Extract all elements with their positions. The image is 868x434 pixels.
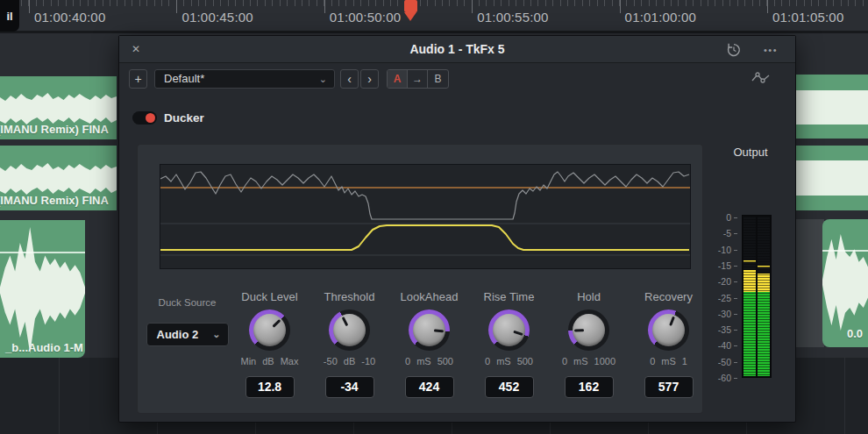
knob-min-label: 0 (485, 356, 490, 366)
ab-compare-b-button[interactable]: B (428, 70, 448, 88)
knob-value-field[interactable]: 424 (405, 376, 454, 398)
knob-label: LookAhead (389, 290, 469, 304)
ducker-graph-svg (160, 165, 690, 268)
preset-toolbar: + Default* ⌄ ‹ › A → B (119, 64, 795, 93)
knob-pointer-mark (574, 329, 584, 331)
ducker-panel: Duck Source Audio 2 ⌄ Duck LevelMindBMax… (137, 144, 703, 414)
knob-label: Hold (549, 290, 629, 304)
knob-min-label: -50 (324, 356, 338, 366)
audio-clip[interactable] (796, 75, 868, 139)
ruler-major-tick (176, 0, 177, 13)
history-icon (726, 42, 742, 58)
knob-hold[interactable] (568, 309, 609, 351)
knob-min-label: 0 (562, 356, 567, 366)
meter-peak-line (743, 260, 756, 262)
clip-waveform (0, 220, 85, 358)
options-menu-button[interactable]: ••• (760, 40, 781, 60)
toggle-on-dot (146, 113, 155, 123)
volume-automation-line[interactable] (822, 250, 868, 252)
effect-name-label: Ducker (164, 106, 204, 131)
meter-scale-label: -25 (718, 293, 731, 303)
duck-source-select[interactable]: Audio 2 ⌄ (146, 323, 229, 346)
add-preset-button[interactable]: + (129, 69, 147, 89)
meter-scale-label: -15 (718, 260, 731, 271)
knob-lookahead[interactable] (409, 309, 450, 351)
meter-scale-tick (734, 378, 737, 379)
knob-value-field[interactable]: 162 (565, 376, 614, 398)
ruler-timecode: 01:00:40:00 (34, 10, 105, 25)
meter-peak-line (758, 266, 770, 267)
ducker-controls: Duck Source Audio 2 ⌄ Duck LevelMindBMax… (145, 290, 708, 398)
keyframe-mode-button[interactable] (751, 71, 772, 89)
chevron-down-icon: ⌄ (319, 70, 327, 88)
effect-bypass-toggle[interactable] (132, 111, 157, 125)
knob-label: Rise Time (469, 290, 549, 304)
plugin-window: ✕ Audio 1 - TkFx 5 ••• + Default* ⌄ ‹ › … (118, 35, 796, 423)
meter-scale-label: -50 (718, 357, 731, 367)
knob-pointer (246, 307, 292, 352)
meter-channel (743, 217, 756, 376)
clip-waveform (796, 160, 868, 196)
ruler-timecode: 01:00:55:00 (477, 10, 548, 25)
audio-clip[interactable]: 0.0 (822, 219, 868, 347)
knob-unit-label: mS (416, 356, 431, 366)
ab-copy-button[interactable]: → (408, 70, 428, 88)
knob-pointer-mark (434, 329, 444, 332)
ruler-major-tick (620, 0, 621, 13)
meter-scale-tick (734, 345, 737, 346)
ab-compare-a-button[interactable]: A (388, 70, 408, 88)
preset-dropdown[interactable]: Default* ⌄ (154, 69, 335, 89)
meter-scale-label: -35 (718, 324, 731, 335)
meter-scale-label: -40 (718, 340, 731, 351)
meter-scale-tick (734, 330, 737, 331)
knob-max-label: 1 (682, 356, 687, 366)
ducker-graph (160, 164, 691, 269)
output-level-meter (742, 215, 772, 378)
ruler-minor-ticks (21, 0, 868, 6)
knob-unit-label: dB (262, 356, 274, 366)
knob-label: Threshold (309, 290, 389, 304)
meter-scale-tick (734, 266, 737, 267)
knob-max-label: 500 (517, 356, 533, 366)
ruler-timecode: 01:01:00:00 (625, 10, 696, 25)
knob-pointer-mark (669, 317, 675, 326)
audio-clip[interactable] (796, 146, 868, 210)
knob-min-label: Min (241, 356, 257, 366)
meter-scale-tick (734, 217, 737, 218)
knob-range: 0mS500 (389, 356, 469, 366)
knob-unit-label: dB (344, 356, 355, 366)
knob-value-field[interactable]: 452 (485, 376, 534, 398)
meter-channel (758, 217, 770, 376)
audio-clip[interactable]: (IMANU Remix) FINA (0, 146, 117, 210)
knob-value-field[interactable]: -34 (325, 376, 374, 398)
knob-rise-time[interactable] (488, 309, 530, 351)
knob-group-rise-time: Rise Time0mS500452 (469, 290, 549, 398)
preset-history-button[interactable] (723, 40, 744, 60)
ruler-timecode: 01:00:45:00 (181, 10, 253, 25)
plugin-titlebar[interactable]: ✕ Audio 1 - TkFx 5 ••• (119, 36, 795, 63)
clip-label: _b...Audio 1-M (5, 341, 83, 354)
knob-recovery[interactable] (648, 309, 689, 351)
knob-value-field[interactable]: 577 (644, 376, 694, 398)
playhead[interactable] (404, 0, 417, 12)
knob-threshold[interactable] (329, 309, 370, 351)
audio-clip[interactable]: _b...Audio 1-M (0, 220, 85, 358)
audio-clip[interactable]: (IMANU Remix) FINA (0, 76, 117, 139)
previous-preset-button[interactable]: ‹ (340, 69, 359, 89)
next-preset-button[interactable]: › (360, 69, 379, 89)
knob-range: MindBMax (230, 356, 309, 366)
volume-automation-line[interactable] (0, 252, 85, 253)
clip-gain-label: 0.0 (847, 327, 863, 340)
knob-pointer-mark (342, 317, 349, 326)
knob-unit-label: mS (496, 356, 511, 366)
knob-range: 0mS500 (469, 356, 549, 366)
meter-scale-tick (734, 250, 737, 251)
meter-scale-label: -5 (723, 228, 731, 238)
knob-unit-label: mS (661, 356, 676, 366)
knob-pointer-mark (513, 331, 523, 336)
ruler-timecode: 01:00:50:00 (330, 10, 401, 25)
knob-value-field[interactable]: 12.8 (245, 376, 295, 398)
knob-duck-level[interactable] (249, 309, 290, 351)
knob-min-label: 0 (405, 356, 410, 366)
timeline-ruler[interactable]: 01:00:40:0001:00:45:0001:00:50:0001:00:5… (0, 0, 868, 33)
